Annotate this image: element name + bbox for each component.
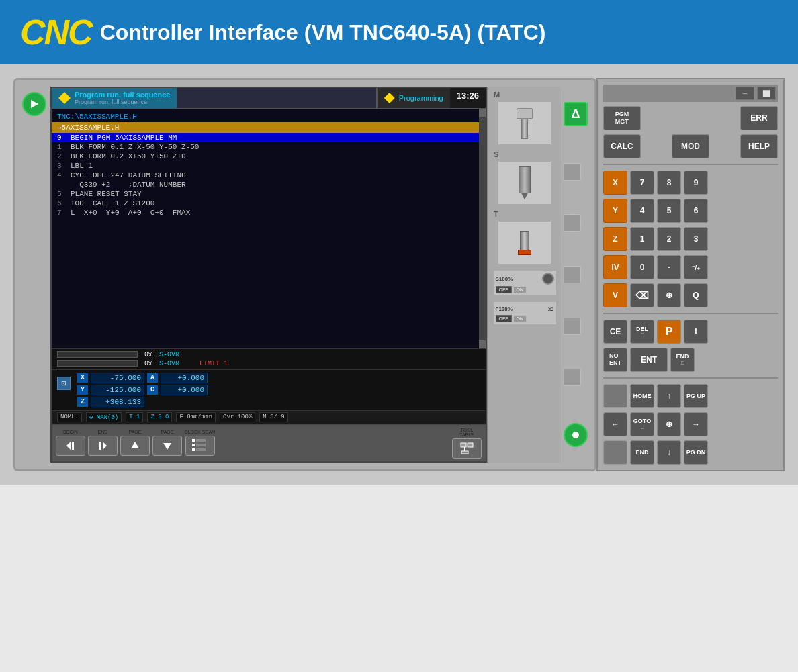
f-on-btn[interactable]: ON: [513, 315, 527, 322]
prog-line-2: 2 BLK FORM 0.2 X+50 Y+50 Z+0: [52, 152, 479, 161]
pg-up-button[interactable]: PG UP: [684, 384, 708, 408]
svg-rect-7: [196, 439, 206, 442]
center-nav-button[interactable]: ⊕: [657, 412, 681, 436]
mode-sub-text: Program run, full sequence: [75, 99, 170, 105]
calc-button[interactable]: CALC: [603, 134, 641, 158]
s-on-btn[interactable]: ON: [513, 286, 527, 293]
help-button[interactable]: HELP: [740, 134, 778, 158]
ovr1-label: 0%: [144, 351, 152, 358]
time-display: 13:26: [450, 88, 486, 108]
page-dn-label: PAGE: [161, 430, 174, 435]
arrow-up-button[interactable]: ↑: [657, 384, 681, 408]
n6-button[interactable]: 6: [684, 199, 708, 223]
iv-axis-button[interactable]: IV: [603, 255, 627, 279]
screen-topbar: Program run, full sequence Program run, …: [52, 88, 486, 109]
x-axis-button[interactable]: X: [603, 171, 627, 195]
sign-button[interactable]: ⁻/₊: [684, 255, 708, 279]
restore-button[interactable]: ⬜: [757, 87, 776, 100]
svg-marker-0: [66, 442, 71, 450]
del-button[interactable]: DEL□: [630, 320, 654, 344]
window-controls: ─ ⬜: [603, 85, 778, 102]
end-key-button[interactable]: END□: [670, 348, 695, 372]
p-button[interactable]: P: [657, 320, 681, 344]
arrow-right-button[interactable]: →: [684, 412, 708, 436]
section-m-label: M: [491, 91, 500, 99]
page-up-btn[interactable]: PAGE: [120, 430, 150, 456]
y-value: -125.000: [91, 385, 144, 395]
f0-cell: F 0mm/min: [176, 412, 216, 422]
f-off-btn[interactable]: OFF: [496, 315, 512, 322]
end-nav-button[interactable]: END: [630, 440, 654, 465]
noml-cell: NOML.: [57, 412, 82, 422]
ovr1-text: S-OVR: [159, 351, 179, 358]
block-scan-label: BLOCK SCAN: [185, 430, 215, 435]
info-bar: NOML. ⊕ MAN(0) T 1 Z S 0 F 0mm/min Ovr 1…: [52, 410, 486, 424]
decimal-button[interactable]: ·: [657, 255, 681, 279]
svg-point-16: [572, 432, 579, 438]
side-btn-5[interactable]: [564, 369, 581, 386]
side-btn-4[interactable]: [564, 318, 581, 335]
prog-line-4b: Q339=+2 ;DATUM NUMBER: [52, 180, 479, 189]
man0-cell: ⊕ MAN(0): [86, 412, 122, 422]
tool-m-display: [498, 101, 551, 145]
q-button[interactable]: Q: [684, 283, 708, 307]
side-btn-1[interactable]: [564, 163, 581, 181]
coords-area: ⊡ X -75.000 A +0.000 Y -125.000 C +0.0: [52, 369, 486, 410]
prog-icon: [384, 93, 395, 103]
svg-marker-5: [163, 443, 171, 450]
minimize-button[interactable]: ─: [736, 87, 754, 100]
center-button[interactable]: ⊕: [657, 283, 681, 307]
y-axis-button[interactable]: Y: [603, 199, 627, 223]
err-button[interactable]: ERR: [740, 106, 778, 130]
home-button[interactable]: HOME: [630, 384, 654, 408]
arrow-down-button[interactable]: ↓: [657, 440, 681, 465]
n8-button[interactable]: 8: [657, 171, 681, 195]
svg-rect-6: [192, 439, 195, 442]
begin-btn[interactable]: BEGIN: [56, 430, 85, 456]
s-off-btn[interactable]: OFF: [496, 286, 512, 293]
svg-rect-15: [461, 451, 468, 454]
n4-button[interactable]: 4: [630, 199, 654, 223]
mode-left: Program run, full sequence Program run, …: [52, 88, 177, 108]
section-s-label: S: [491, 150, 498, 158]
ce-button[interactable]: CE: [603, 320, 627, 344]
s100-label: S100%: [496, 276, 513, 282]
n7-button[interactable]: 7: [630, 171, 654, 195]
cycle-stop-button[interactable]: [564, 423, 588, 447]
n9-button[interactable]: 9: [684, 171, 708, 195]
block-scan-btn[interactable]: BLOCK SCAN: [185, 430, 215, 456]
t1-cell: T 1: [126, 412, 143, 422]
n2-button[interactable]: 2: [657, 227, 681, 251]
tool-t-display: [498, 221, 551, 265]
goto-button[interactable]: GOTO□: [630, 412, 654, 436]
i-button[interactable]: I: [684, 320, 708, 344]
z-axis-button[interactable]: Z: [603, 227, 627, 251]
pg-dn-button[interactable]: PG DN: [684, 440, 708, 465]
f100-section: F100% ≋ OFF ON: [493, 301, 557, 325]
v-axis-button[interactable]: V: [603, 283, 627, 307]
mod-button[interactable]: MOD: [672, 134, 709, 158]
ent-button[interactable]: ENT: [630, 348, 668, 372]
svg-rect-1: [72, 442, 74, 450]
backspace-button[interactable]: ⌫: [630, 283, 654, 307]
mode-right: Programming: [376, 88, 450, 108]
tool-table-label: TOOL TABLE: [459, 428, 474, 438]
end-btn[interactable]: END: [88, 430, 118, 456]
n5-button[interactable]: 5: [657, 199, 681, 223]
arrow-left-button[interactable]: ←: [603, 412, 627, 436]
n3-button[interactable]: 3: [684, 227, 708, 251]
prog-line-0: 0 BEGIN PGM 5AXISSAMPLE MM: [52, 133, 479, 142]
delta-button[interactable]: Δ: [564, 102, 588, 126]
prog-mode-text: Programming: [399, 94, 443, 102]
n0-button[interactable]: 0: [630, 255, 654, 279]
file-highlight: →5AXISSAMPLE.H: [52, 122, 479, 133]
cycle-start-button[interactable]: [22, 92, 46, 116]
tool-table-btn[interactable]: TOOL TABLE: [452, 428, 482, 459]
page-dn-btn[interactable]: PAGE: [152, 430, 182, 456]
pgm-mgt-button[interactable]: PGM MGT: [603, 106, 641, 130]
side-btn-3[interactable]: [564, 266, 581, 283]
side-btn-2[interactable]: [564, 214, 581, 232]
zs-cell: Z S 0: [147, 412, 172, 422]
n1-button[interactable]: 1: [630, 227, 654, 251]
no-ent-button[interactable]: NO ENT: [603, 348, 627, 372]
